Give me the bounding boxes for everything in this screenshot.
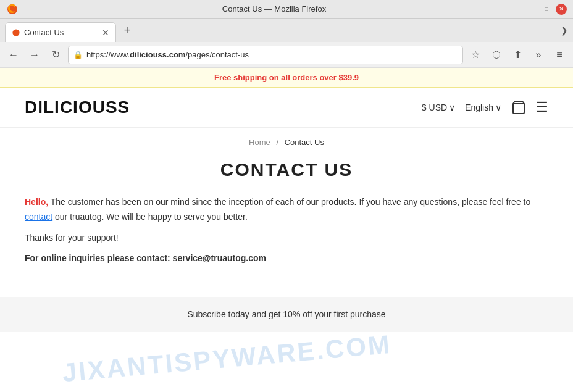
tab-contact-us[interactable]: Contact Us ✕ [5, 22, 116, 42]
navbar: ← → ↻ 🔒 https://www.diliciouss.com/pages… [0, 42, 573, 68]
new-tab-button[interactable]: + [119, 22, 136, 39]
promo-text: Free shipping on all orders over $39.9 [214, 73, 359, 82]
subscribe-section: Subscribe today and get 10% off your fir… [0, 297, 573, 332]
hamburger-menu-button[interactable]: ☰ [536, 99, 548, 115]
brand-logo[interactable]: DILICIOUSS [25, 98, 130, 117]
language-chevron-icon: ∨ [495, 102, 501, 112]
contact-paragraph-3: For online inquiries please contact: ser… [25, 251, 548, 266]
address-text: https://www.diliciouss.com/pages/contact… [86, 50, 458, 59]
hello-text: Hello, [25, 197, 48, 207]
https-icon: 🔒 [73, 51, 83, 59]
address-bar[interactable]: 🔒 https://www.diliciouss.com/pages/conta… [68, 46, 463, 64]
back-button[interactable]: ← [5, 46, 22, 64]
header-right: $ USD ∨ English ∨ ☰ [422, 99, 548, 115]
security-icons: 🔒 [73, 51, 83, 59]
site-content: JIXANTISPYWARE.COM Home / Contact Us CON… [0, 128, 573, 291]
tab-label: Contact Us [24, 28, 64, 37]
subscribe-title: Subscribe today and get 10% off your fir… [12, 309, 561, 319]
watermark: JIXANTISPYWARE.COM [61, 330, 393, 388]
titlebar: Contact Us — Mozilla Firefox − □ ✕ [0, 0, 573, 19]
currency-selector[interactable]: $ USD ∨ [422, 102, 455, 112]
refresh-button[interactable]: ↻ [47, 46, 64, 64]
tab-expand-button[interactable]: ❯ [561, 25, 568, 35]
online-inquiries-bold: For online inquiries please contact: ser… [25, 253, 266, 263]
titlebar-controls: − □ ✕ [526, 4, 567, 15]
titlebar-title: Contact Us — Mozilla Firefox [22, 4, 526, 14]
tabbar: Contact Us ✕ + ❯ [0, 19, 573, 42]
cart-icon [511, 100, 526, 115]
pocket-button[interactable]: ⬡ [488, 46, 505, 64]
language-label: English [465, 102, 493, 112]
language-selector[interactable]: English ∨ [465, 102, 501, 112]
breadcrumb: Home / Contact Us [25, 138, 548, 147]
maximize-button[interactable]: □ [541, 4, 552, 15]
currency-chevron-icon: ∨ [449, 102, 455, 112]
website: Free shipping on all orders over $39.9 D… [0, 68, 573, 392]
breadcrumb-home[interactable]: Home [249, 138, 270, 147]
contact-paragraph-1: Hello, The customer has been on our mind… [25, 195, 548, 225]
tab-close-button[interactable]: ✕ [102, 28, 109, 38]
page-title: CONTACT US [25, 159, 548, 180]
contact-link[interactable]: contact [25, 212, 52, 222]
svg-point-1 [12, 29, 19, 36]
bookmark-button[interactable]: ☆ [467, 46, 484, 64]
close-button[interactable]: ✕ [556, 4, 567, 15]
cart-button[interactable] [511, 100, 526, 115]
more-tools-button[interactable]: » [530, 46, 547, 64]
forward-button[interactable]: → [26, 46, 43, 64]
share-button[interactable]: ⬆ [509, 46, 526, 64]
tab-favicon [12, 28, 20, 37]
promo-banner: Free shipping on all orders over $39.9 [0, 68, 573, 88]
site-header: DILICIOUSS $ USD ∨ English ∨ ☰ [0, 88, 573, 128]
breadcrumb-separator: / [276, 138, 278, 147]
contact-paragraph-2: Thanks for your support! [25, 231, 548, 246]
contact-body: Hello, The customer has been on our mind… [25, 195, 548, 266]
minimize-button[interactable]: − [526, 4, 537, 15]
breadcrumb-current: Contact Us [285, 138, 324, 147]
currency-label: $ USD [422, 102, 447, 112]
address-domain: diliciouss.com [130, 50, 185, 59]
promo-highlight: Free shipping on all orders over $39.9 [214, 73, 359, 82]
firefox-icon [6, 3, 19, 15]
browser-menu-button[interactable]: ≡ [551, 46, 568, 64]
